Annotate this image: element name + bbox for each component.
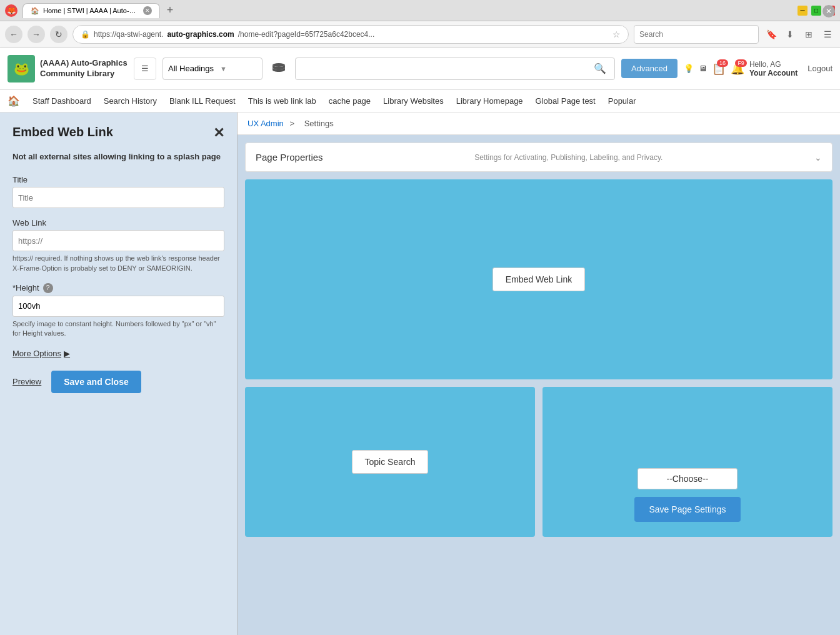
- account-name[interactable]: Your Account: [749, 69, 798, 78]
- nav-cache-page[interactable]: cache page: [329, 96, 371, 106]
- messages-icon-badge[interactable]: 📋 16: [712, 62, 726, 76]
- notifications-icon-badge[interactable]: 🔔 F9: [731, 62, 744, 76]
- web-link-help: https:// required. If nothing shows up t…: [12, 254, 224, 273]
- url-suffix: /home-edit?pageId=65f725a6c42bcec4...: [238, 30, 375, 39]
- minimize-btn[interactable]: ─: [798, 6, 808, 16]
- breadcrumb-settings: Settings: [304, 119, 334, 128]
- nav-search-history[interactable]: Search History: [104, 96, 157, 106]
- search-type-dropdown[interactable]: All Headings ▼: [162, 58, 262, 80]
- panel-actions: Preview Save and Close: [12, 371, 224, 393]
- page-properties-section: Page Properties Settings for Activating,…: [245, 142, 832, 172]
- content-area: Embed Web Link Topic Search --Choose-- S…: [245, 179, 832, 537]
- address-bar-icons: 🔖 ⬇ ⊞ ☰: [764, 27, 835, 42]
- notifications-badge-count: F9: [735, 59, 747, 67]
- nav-staff-dashboard[interactable]: Staff Dashboard: [32, 96, 91, 106]
- breadcrumb-ux-admin[interactable]: UX Admin: [248, 119, 284, 128]
- menu-icon[interactable]: ☰: [820, 27, 835, 42]
- embed-panel-close-btn[interactable]: ✕: [213, 125, 224, 141]
- embed-web-link-block: Embed Web Link: [245, 179, 832, 379]
- nav-icon-btn[interactable]: ☰: [134, 58, 156, 80]
- database-icon[interactable]: [269, 59, 289, 79]
- browser-frame: 🦊 🏠 Home | STWI | AAAA | Auto-Gr... ✕ + …: [0, 0, 840, 635]
- nav-library-websites[interactable]: Library Websites: [383, 96, 444, 106]
- page-properties-title: Page Properties: [256, 152, 323, 162]
- header-right-icons: 💡 🖥 📋 16 🔔 F9 Hello, AG Your Account Log…: [684, 60, 832, 78]
- advanced-btn[interactable]: Advanced: [621, 59, 678, 78]
- nav-library-homepage[interactable]: Library Homepage: [456, 96, 523, 106]
- main-search-input[interactable]: [301, 64, 591, 73]
- nav-blank-ill-request[interactable]: Blank ILL Request: [169, 96, 236, 106]
- logout-btn[interactable]: Logout: [808, 64, 832, 73]
- browser-logo-icon: 🦊: [5, 4, 18, 17]
- choose-dropdown[interactable]: --Choose--: [638, 468, 738, 489]
- browser-search-input[interactable]: [634, 25, 759, 44]
- logo-area: 🐸 (AAAA) Auto-Graphics Community Library: [8, 55, 128, 82]
- nav-web-link-lab[interactable]: This is web link lab: [248, 96, 316, 106]
- account-area: Hello, AG Your Account: [749, 60, 798, 78]
- tab-close-btn[interactable]: ✕: [143, 6, 152, 15]
- height-help-icon[interactable]: ?: [43, 283, 53, 293]
- embed-panel-title: Embed Web Link: [12, 125, 113, 139]
- dropdown-chevron-icon: ▼: [220, 65, 227, 72]
- embed-panel-header: Embed Web Link ✕: [12, 125, 224, 141]
- new-tab-btn[interactable]: +: [162, 3, 178, 18]
- height-help: Specify image to constant height. Number…: [12, 319, 224, 339]
- breadcrumb-separator: >: [289, 119, 294, 128]
- download-icon[interactable]: ⬇: [782, 27, 798, 42]
- main-content: Embed Web Link ✕ Not all external sites …: [0, 112, 840, 635]
- height-label: *Height ?: [12, 283, 224, 293]
- monitor-icon[interactable]: 🖥: [699, 64, 707, 73]
- topic-search-label-box: Topic Search: [352, 450, 429, 474]
- nav-global-page-test[interactable]: Global Page test: [536, 96, 596, 106]
- height-form-group: *Height ? Specify image to constant heig…: [12, 283, 224, 339]
- web-link-input[interactable]: [12, 230, 224, 251]
- save-close-btn[interactable]: Save and Close: [51, 371, 141, 393]
- nav-bar: 🏠 Staff Dashboard Search History Blank I…: [0, 90, 840, 112]
- bookmark-icon[interactable]: 🔖: [764, 27, 779, 42]
- embed-panel-subtitle: Not all external sites allowing linking …: [12, 151, 224, 162]
- page-properties-chevron-icon: ⌄: [814, 152, 822, 162]
- messages-badge-count: 16: [717, 59, 728, 67]
- nav-popular[interactable]: Popular: [608, 96, 636, 106]
- height-input[interactable]: [12, 296, 224, 317]
- more-options-link[interactable]: More Options ▶: [12, 349, 224, 358]
- reload-btn[interactable]: ↻: [50, 26, 68, 43]
- maximize-btn[interactable]: □: [811, 6, 821, 16]
- tab-title: Home | STWI | AAAA | Auto-Gr...: [43, 7, 139, 14]
- back-btn[interactable]: ←: [5, 26, 22, 43]
- home-nav-icon[interactable]: 🏠: [8, 95, 20, 107]
- svg-point-0: [272, 63, 285, 67]
- active-tab[interactable]: 🏠 Home | STWI | AAAA | Auto-Gr... ✕: [22, 3, 160, 18]
- preview-btn[interactable]: Preview: [12, 377, 41, 386]
- tab-bar: 🏠 Home | STWI | AAAA | Auto-Gr... ✕ +: [22, 3, 405, 18]
- breadcrumb-bar: UX Admin > Settings ✕: [238, 112, 840, 135]
- embed-label-box: Embed Web Link: [492, 268, 585, 291]
- title-form-group: Title: [12, 175, 224, 208]
- bottom-row: Topic Search --Choose-- Save Page Settin…: [245, 387, 832, 537]
- account-hello: Hello, AG: [749, 60, 798, 69]
- title-input[interactable]: [12, 187, 224, 208]
- save-page-settings-btn[interactable]: Save Page Settings: [634, 497, 741, 522]
- search-submit-btn[interactable]: 🔍: [591, 59, 609, 78]
- web-link-label: Web Link: [12, 218, 224, 228]
- page-properties-subtitle: Settings for Activating, Publishing, Lab…: [474, 153, 662, 162]
- title-bar: 🦊 🏠 Home | STWI | AAAA | Auto-Gr... ✕ + …: [0, 0, 840, 21]
- app-header: 🐸 (AAAA) Auto-Graphics Community Library…: [0, 48, 840, 90]
- topic-search-block: Topic Search: [245, 387, 535, 537]
- embed-panel: Embed Web Link ✕ Not all external sites …: [0, 112, 238, 635]
- url-prefix: https://qa-stwi-agent.: [94, 30, 163, 39]
- forward-btn[interactable]: →: [28, 26, 45, 43]
- search-type-value: All Headings: [168, 64, 214, 73]
- main-search-bar[interactable]: 🔍: [295, 58, 615, 80]
- page-properties-header[interactable]: Page Properties Settings for Activating,…: [246, 143, 832, 171]
- logo-text: (AAAA) Auto-Graphics Community Library: [40, 58, 128, 79]
- url-bold: auto-graphics.com: [167, 30, 234, 39]
- right-panel: UX Admin > Settings ✕ Page Properties Se…: [238, 112, 840, 635]
- more-options-arrow-icon: ▶: [64, 349, 70, 358]
- title-label: Title: [12, 175, 224, 184]
- address-bar: ← → ↻ 🔒 https://qa-stwi-agent.auto-graph…: [0, 21, 840, 48]
- extensions-icon[interactable]: ⊞: [801, 27, 816, 42]
- lightbulb-icon[interactable]: 💡: [684, 64, 694, 73]
- url-bar[interactable]: 🔒 https://qa-stwi-agent.auto-graphics.co…: [72, 25, 629, 44]
- choose-block: --Choose-- Save Page Settings: [542, 387, 832, 537]
